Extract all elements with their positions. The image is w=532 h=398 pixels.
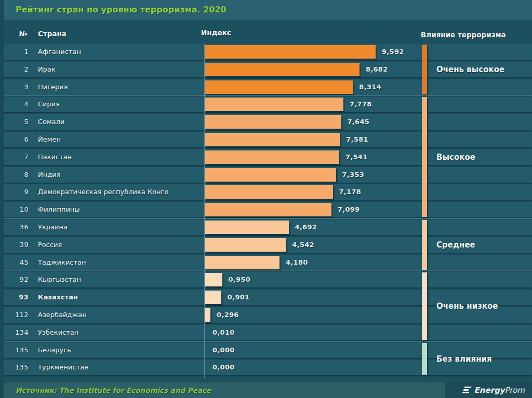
row-value: 8,314 bbox=[359, 83, 381, 91]
index-bar bbox=[205, 256, 280, 269]
impact-group-label: Среднее bbox=[436, 240, 475, 250]
impact-indicator bbox=[422, 272, 427, 339]
row-value: 0,296 bbox=[217, 311, 239, 319]
table-row: 36Украина4,692 bbox=[4, 219, 532, 235]
impact-group-label: Очень высокое bbox=[436, 65, 504, 74]
row-rank: 4 bbox=[4, 100, 29, 108]
row-value: 9,592 bbox=[382, 48, 404, 56]
row-value: 7,645 bbox=[348, 118, 370, 126]
row-country: Индия bbox=[38, 171, 60, 179]
impact-group-label: Без влияния bbox=[436, 354, 492, 364]
row-rank: 135 bbox=[4, 346, 29, 354]
group-separator bbox=[4, 95, 532, 96]
terrorism-ranking-chart: Рейтинг стран по уровню терроризма. 2020… bbox=[0, 0, 532, 398]
group-separator bbox=[4, 270, 532, 271]
impact-indicator bbox=[422, 220, 427, 270]
group-separator bbox=[4, 341, 532, 342]
table-row: 3Нигерия8,314 bbox=[4, 79, 532, 95]
row-rank: 112 bbox=[4, 311, 29, 319]
row-country: Сомали bbox=[38, 118, 65, 126]
row-rank: 134 bbox=[4, 328, 29, 336]
table-row: 6Йемен7,581 bbox=[4, 132, 532, 147]
row-value: 0,010 bbox=[212, 328, 235, 336]
row-value: 7,178 bbox=[339, 188, 362, 196]
row-value: 7,099 bbox=[338, 205, 360, 213]
table-row: 4Сирия7,778 bbox=[4, 97, 532, 112]
index-bar bbox=[205, 45, 376, 59]
row-country: Казахстан bbox=[38, 293, 78, 301]
row-country: Беларусь bbox=[38, 346, 71, 354]
index-bar bbox=[205, 185, 333, 199]
row-country: Украина bbox=[38, 223, 68, 231]
table-row: 134Узбекистан0,010 bbox=[4, 325, 532, 340]
impact-indicator bbox=[422, 97, 427, 217]
table-row: 8Индия7,353 bbox=[4, 167, 532, 183]
row-rank: 3 bbox=[4, 83, 29, 91]
row-country: Нигерия bbox=[38, 83, 68, 91]
index-bar bbox=[205, 63, 360, 76]
row-rank: 2 bbox=[4, 65, 29, 73]
table-row: 45Таджикистан4,180 bbox=[4, 255, 532, 270]
impact-indicator bbox=[422, 45, 427, 94]
row-value: 4,542 bbox=[292, 241, 314, 249]
row-rank: 6 bbox=[4, 135, 29, 143]
row-rank: 8 bbox=[4, 171, 29, 179]
row-country: Демократическая республика Конго bbox=[38, 188, 168, 196]
logo-prom: Prom bbox=[505, 386, 525, 395]
row-value: 0,000 bbox=[212, 346, 235, 354]
row-rank: 39 bbox=[4, 241, 29, 249]
index-bar bbox=[205, 133, 340, 146]
table-row: 10Филиппины7,099 bbox=[4, 202, 532, 217]
row-country: Кыргызстан bbox=[38, 276, 81, 283]
index-bar bbox=[205, 80, 353, 94]
row-rank: 93 bbox=[4, 293, 29, 301]
row-country: Ирак bbox=[38, 65, 56, 73]
row-rank: 36 bbox=[4, 223, 29, 231]
source-note: Источник: The Institute for Economics an… bbox=[16, 386, 211, 394]
index-bar bbox=[205, 291, 221, 304]
row-rank: 10 bbox=[4, 205, 29, 213]
row-country: Филиппины bbox=[38, 205, 80, 213]
index-bar bbox=[205, 273, 222, 286]
table-row: 1Афганистан9,592 bbox=[4, 44, 532, 60]
index-bar bbox=[205, 150, 339, 164]
row-rank: 45 bbox=[4, 258, 29, 266]
row-country: Азербайджан bbox=[38, 311, 87, 319]
row-value: 0,901 bbox=[228, 293, 250, 301]
footer-strip: Источник: The Institute for Economics an… bbox=[4, 382, 532, 398]
row-rank: 1 bbox=[4, 48, 29, 56]
row-value: 4,180 bbox=[286, 258, 308, 266]
index-bar bbox=[205, 221, 289, 234]
index-bar bbox=[205, 115, 341, 129]
row-value: 7,581 bbox=[346, 135, 368, 143]
table-row: 9Демократическая республика Конго7,178 bbox=[4, 184, 532, 200]
row-value: 0,950 bbox=[229, 276, 251, 283]
table-row: 92Кыргызстан0,950 bbox=[4, 272, 532, 287]
table-row: 5Сомали7,645 bbox=[4, 114, 532, 130]
row-country: Таджикистан bbox=[38, 258, 86, 266]
energyprom-logo-text: EnergyProm bbox=[474, 386, 525, 395]
row-rank: 9 bbox=[4, 188, 29, 196]
column-divider-line bbox=[204, 44, 205, 378]
row-rank: 7 bbox=[4, 153, 29, 161]
impact-indicator bbox=[422, 343, 427, 375]
row-rank: 92 bbox=[4, 276, 29, 283]
row-country: Узбекистан bbox=[38, 328, 78, 336]
row-value: 7,353 bbox=[342, 171, 365, 179]
index-bar bbox=[205, 308, 210, 322]
row-value: 8,682 bbox=[366, 65, 388, 73]
index-bar bbox=[205, 203, 331, 216]
index-bar bbox=[205, 98, 343, 111]
row-value: 0,000 bbox=[212, 363, 235, 371]
impact-group-label: Высокое bbox=[436, 153, 475, 162]
logo-container: EnergyProm bbox=[445, 382, 532, 398]
index-bar bbox=[205, 168, 336, 182]
group-separator bbox=[4, 218, 532, 219]
row-country: Сирия bbox=[38, 100, 60, 108]
row-country: Йемен bbox=[38, 135, 61, 143]
row-value: 7,541 bbox=[345, 153, 368, 161]
chart-rows-area: 1Афганистан9,5922Ирак8,6823Нигерия8,3144… bbox=[4, 0, 532, 398]
logo-energy: Energy bbox=[474, 386, 505, 395]
row-value: 7,778 bbox=[350, 100, 372, 108]
row-country: Афганистан bbox=[38, 48, 81, 56]
